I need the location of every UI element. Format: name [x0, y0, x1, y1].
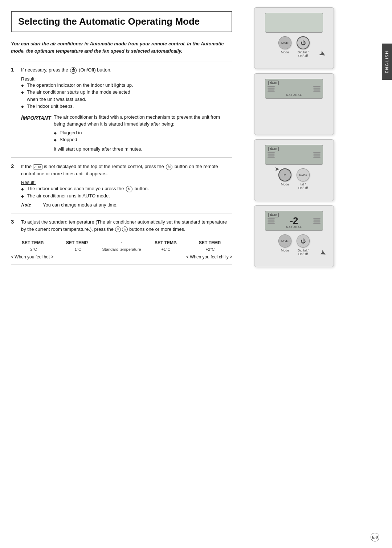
- step-1-header: 1 If necessary, press the ⏻ (On/Off) but…: [11, 66, 232, 74]
- remote-screen-3: Auto: [265, 145, 323, 165]
- arrow-indicator-4: ➤: [318, 248, 328, 258]
- arrow-indicator-1: ➤: [317, 48, 328, 60]
- remote-labels-3: Mode tal / On/Off: [278, 183, 310, 190]
- important-text: The air conditioner is fitted with a pro…: [54, 114, 232, 153]
- remote-mode-label-3: Mode: [278, 183, 291, 190]
- step-1-text: If necessary, press the ⏻ (On/Off) butto…: [21, 66, 111, 74]
- important-label: IMPORTANT: [21, 114, 50, 122]
- step-3-section: 3 To adjust the standard temperature (Th…: [11, 218, 232, 259]
- feel-hot: < When you feel hot >: [11, 254, 53, 259]
- fan-left-3: [268, 152, 275, 158]
- side-tab-label: ENGLISH: [385, 50, 389, 73]
- natural-label-4: NATURAL: [286, 225, 302, 229]
- divider-3: [11, 213, 232, 213]
- remote-mode-label-1: Mode: [278, 50, 291, 58]
- auto-label-4: Auto: [268, 213, 279, 217]
- remote-power-label-1: Digital / On/Off: [297, 50, 310, 58]
- remote-power-btn-4: ⏻: [297, 234, 310, 248]
- remote-right-btn-3: tal/On: [297, 168, 310, 181]
- mode-arrow-3: ➤: [275, 165, 279, 172]
- result-bullet-2-2: The air conditioner runs in AUTO mode.: [21, 192, 232, 200]
- important-main-text: The air conditioner is fitted with a pro…: [54, 114, 220, 127]
- remote-screen-1: [265, 13, 323, 33]
- remote-mode-label-4: Mode: [278, 249, 291, 256]
- power-icon: ⏻: [70, 67, 77, 74]
- step-3-header: 3 To adjust the standard temperature (Th…: [11, 218, 232, 233]
- remote-image-4: Auto -2 NATURAL Mode ⏻: [254, 205, 334, 267]
- remote-buttons-4: Mode ⏻: [278, 234, 310, 248]
- auto-badge: Auto: [33, 164, 43, 169]
- temp-header-1: SET TEMP.: [11, 239, 55, 246]
- result-bullet-1-2: The air conditioner starts up in the mod…: [21, 89, 232, 103]
- note-block: Note You can change modes at any time.: [21, 202, 232, 208]
- title-box: Selecting the Automatic Operating Mode: [11, 11, 232, 32]
- result-label-2: Result:: [21, 180, 36, 185]
- remote-screen-4: Auto -2 NATURAL: [265, 211, 323, 231]
- step-2-section: 2 If the Auto is not displayed at the to…: [11, 163, 232, 208]
- temp-value-row: -2°C -1°C Standard temperature +1°C +2°C: [11, 246, 232, 252]
- temp-val-4: +2°C: [188, 246, 232, 252]
- important-footer: It will start up normally after three mi…: [54, 146, 232, 153]
- temp-feel-row: < When you feel hot > < When you feel ch…: [11, 254, 232, 259]
- auto-label-3: Auto: [268, 147, 279, 151]
- fan-right-4: [313, 218, 320, 224]
- page-title: Selecting the Automatic Operating Mode: [18, 16, 225, 27]
- down-btn: ▽: [115, 226, 121, 232]
- remote-image-1: Mode ⏻ Mode Digital / On/Off ➤: [254, 7, 334, 69]
- step-1-number: 1: [11, 66, 17, 73]
- remote-image-2: Auto NATURAL: [254, 73, 334, 135]
- temp-header-2: SET TEMP.: [55, 239, 99, 246]
- page-number-circle: E·9: [371, 533, 379, 541]
- step-3-text: To adjust the standard temperature (The …: [21, 218, 232, 233]
- remote-screen-2: Auto NATURAL: [265, 79, 323, 99]
- fan-right-3: [313, 152, 320, 158]
- temp-val-standard: Standard temperature: [99, 246, 144, 252]
- step-1-result: Result: The operation indicator on the i…: [21, 76, 232, 110]
- note-label: Note: [21, 202, 39, 208]
- result-bullet-2-1: The indoor unit beeps each time you pres…: [21, 185, 232, 192]
- fan-left-4: [268, 218, 275, 224]
- result-bullet-1-1: The operation indicator on the indoor un…: [21, 82, 232, 89]
- remote-mode-btn-3: M ➤: [278, 168, 291, 181]
- step-2-number: 2: [11, 163, 17, 169]
- result-label-1: Result:: [21, 76, 36, 82]
- remote-labels-1: Mode Digital / On/Off: [278, 50, 310, 58]
- feel-chilly: < When you feel chilly >: [186, 254, 232, 259]
- temp-val-1: -2°C: [11, 246, 55, 252]
- important-block: IMPORTANT The air conditioner is fitted …: [21, 114, 232, 153]
- remote-buttons-3: M ➤ tal/On: [278, 168, 310, 181]
- result-bullets-2: The indoor unit beeps each time you pres…: [21, 185, 232, 199]
- temp-val-3: +1°C: [144, 246, 188, 252]
- remote-labels-4: Mode Digital / On/Off: [278, 249, 310, 256]
- remote-image-3: Auto M ➤ tal/On: [254, 139, 334, 201]
- step-2-result: Result: The indoor unit beeps each time …: [21, 179, 232, 199]
- up-btn: △: [122, 226, 128, 232]
- page-number: E·9: [371, 533, 379, 541]
- result-bullet-1-3: The indoor unit beeps.: [21, 103, 232, 110]
- important-bullet-1: Plugged in: [54, 129, 232, 136]
- temp-header-dash: -: [99, 239, 144, 246]
- important-bullet-2: Stopped: [54, 136, 232, 143]
- temp-header-row: SET TEMP. SET TEMP. - SET TEMP. SET TEMP…: [11, 239, 232, 246]
- step-2-header: 2 If the Auto is not displayed at the to…: [11, 163, 232, 177]
- remote-mode-btn-1: Mode: [278, 36, 291, 49]
- important-bullets: Plugged in Stopped: [54, 129, 232, 143]
- divider-4: [11, 265, 232, 265]
- temp-header-3: SET TEMP.: [144, 239, 188, 246]
- fan-right-2: [313, 86, 320, 91]
- remote-buttons-1: Mode ⏻: [278, 36, 310, 49]
- side-tab: ENGLISH: [382, 44, 392, 80]
- mode-icon: M: [166, 164, 172, 170]
- step-3-number: 3: [11, 218, 17, 225]
- page-container: Selecting the Automatic Operating Mode Y…: [0, 0, 392, 548]
- temp-val-2: -1°C: [55, 246, 99, 252]
- right-panel: Mode ⏻ Mode Digital / On/Off ➤ Auto: [243, 0, 345, 548]
- mode-icon-inline: M: [126, 186, 132, 192]
- temp-header-4: SET TEMP.: [188, 239, 232, 246]
- neg2-display: -2: [290, 215, 298, 226]
- temp-table: SET TEMP. SET TEMP. - SET TEMP. SET TEMP…: [11, 239, 232, 259]
- intro-text: You can start the air conditioner in Aut…: [11, 40, 232, 54]
- note-text: You can change modes at any time.: [43, 202, 118, 208]
- divider-1: [11, 61, 232, 61]
- remote-mode-btn-4: Mode: [278, 234, 291, 248]
